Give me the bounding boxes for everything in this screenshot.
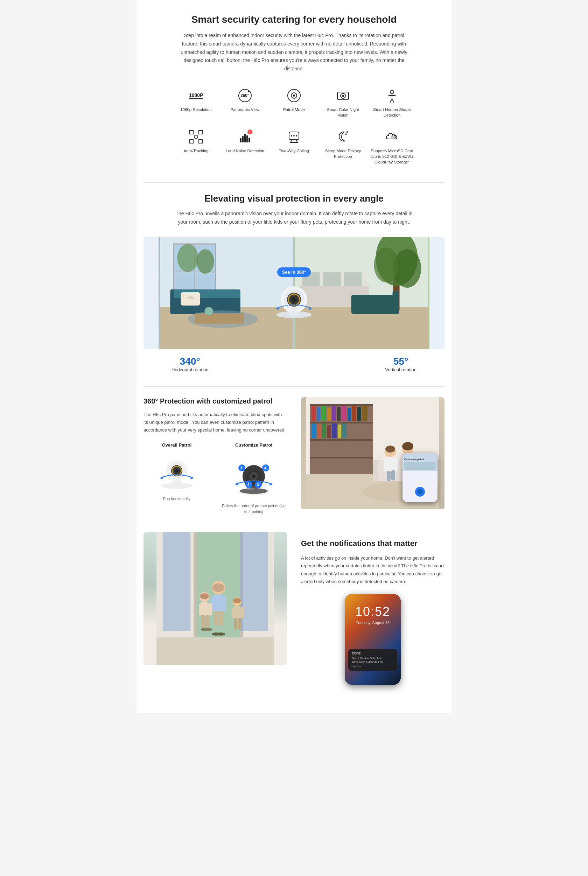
svg-rect-118	[348, 408, 351, 421]
feature-label-sleep: Sleep Mode Privacy Protection	[321, 148, 365, 159]
svg-rect-151	[404, 462, 436, 470]
sleep-privacy-icon: z z	[334, 129, 351, 145]
svg-point-10	[390, 90, 394, 94]
svg-point-57	[374, 248, 399, 282]
family-walking-scene	[144, 532, 287, 665]
svg-point-140	[386, 446, 395, 453]
svg-point-147	[402, 442, 413, 450]
360-badge: See in 360°	[277, 267, 311, 277]
svg-rect-172	[202, 615, 205, 628]
feature-label-night: Smart Color Night Vision	[321, 107, 365, 118]
feature-tracking: Auto-Tracking	[171, 125, 220, 168]
two-way-calling-icon	[286, 129, 302, 145]
svg-rect-24	[249, 138, 250, 142]
hero-section: Smart security catering for every househ…	[144, 14, 444, 168]
patrol-title: 360° Protection with customized patrol	[144, 397, 287, 405]
svg-rect-72	[290, 311, 298, 315]
panoramic-icon: 360°	[237, 87, 254, 104]
svg-text:1: 1	[240, 466, 243, 470]
svg-rect-157	[163, 532, 191, 631]
svg-rect-113	[321, 406, 326, 421]
feature-sleep: z z Sleep Mode Privacy Protection	[318, 125, 368, 168]
divider-2	[144, 386, 444, 387]
svg-rect-158	[240, 532, 268, 631]
svg-rect-110	[310, 457, 373, 459]
svg-rect-164	[221, 596, 226, 611]
overall-patrol-desc: Pan horizontally	[144, 496, 210, 502]
svg-text:z: z	[346, 130, 348, 134]
panorama-center: See in 360°	[271, 267, 317, 319]
svg-rect-16	[199, 130, 202, 134]
svg-rect-108	[310, 422, 373, 423]
svg-rect-21	[242, 136, 244, 142]
svg-rect-128	[342, 423, 346, 438]
phone-time-date: Tuesday, August 16	[356, 621, 390, 625]
svg-rect-107	[310, 404, 373, 406]
svg-text:4: 4	[264, 466, 266, 470]
svg-point-28	[291, 135, 292, 136]
svg-rect-171	[208, 603, 212, 616]
svg-rect-114	[327, 408, 331, 421]
svg-point-91	[240, 488, 268, 494]
feature-night: Smart Color Night Vision	[318, 84, 368, 122]
page-wrapper: Smart security catering for every househ…	[136, 0, 452, 713]
svg-rect-165	[214, 611, 218, 626]
svg-point-89	[252, 475, 255, 478]
svg-text:SD: SD	[391, 135, 396, 139]
phone-notif-message: Smart Human Detection: somebody is detec…	[352, 656, 394, 668]
svg-rect-23	[246, 135, 248, 142]
svg-line-13	[390, 99, 392, 102]
svg-text:2: 2	[248, 483, 249, 487]
svg-rect-127	[338, 424, 341, 438]
svg-rect-159	[156, 638, 274, 665]
svg-text:360°: 360°	[240, 93, 249, 98]
svg-rect-123	[318, 424, 321, 438]
visual-description: The H6c Pro unveils a panoramic vision o…	[175, 210, 413, 226]
notifications-text-block: Get the notifications that matter A lot …	[301, 532, 444, 684]
svg-rect-121	[362, 406, 368, 421]
svg-point-182	[205, 628, 212, 631]
svg-point-175	[233, 598, 241, 604]
svg-rect-18	[199, 140, 202, 143]
svg-rect-116	[337, 407, 340, 421]
svg-text:1080P: 1080P	[189, 92, 203, 98]
vertical-angle-value: 55°	[385, 356, 417, 367]
svg-rect-63	[351, 295, 397, 314]
overall-patrol-camera	[156, 453, 198, 491]
svg-rect-122	[312, 423, 316, 438]
overall-patrol: Overall Patrol	[144, 442, 210, 514]
feature-calling: Two-Way Calling	[270, 125, 318, 168]
svg-point-184	[217, 633, 225, 636]
svg-text:Customize patrol: Customize patrol	[404, 458, 424, 461]
feature-label-human: Smart Human Shape Detection	[370, 107, 414, 118]
patrol-section: 360° Protection with customized patrol T…	[144, 397, 444, 514]
feature-patrol: Patrol Mode	[270, 84, 318, 122]
customize-patrol-desc: Follow the order of pre-set points (Up t…	[220, 503, 287, 514]
svg-line-14	[392, 99, 394, 102]
horizontal-angle-value: 340°	[171, 356, 208, 367]
svg-rect-137	[393, 459, 398, 471]
svg-text:EZVIZ: EZVIZ	[247, 488, 254, 490]
svg-rect-20	[240, 138, 242, 142]
family-photo	[144, 532, 287, 665]
svg-rect-124	[322, 423, 326, 438]
resolution-icon: 1080P	[188, 87, 204, 104]
svg-rect-166	[219, 611, 223, 626]
auto-tracking-icon	[188, 129, 204, 145]
vertical-angle-label: Vertical rotation	[385, 367, 417, 372]
horizontal-angle-label: Horizontal rotation	[171, 367, 208, 372]
feature-noise: ! Loud Noise Detection	[220, 125, 270, 168]
svg-rect-82	[172, 480, 181, 485]
svg-rect-22	[244, 134, 246, 142]
human-detection-icon	[384, 87, 400, 104]
vertical-angle: 55° Vertical rotation	[385, 356, 417, 372]
svg-text:3: 3	[257, 483, 259, 487]
svg-point-70	[292, 297, 296, 302]
svg-rect-178	[240, 607, 244, 618]
visual-section: Elevating visual protection in every ang…	[144, 193, 444, 372]
family-scene	[144, 532, 287, 665]
visual-title: Elevating visual protection in every ang…	[144, 193, 444, 204]
svg-rect-17	[190, 140, 193, 143]
hero-description: Step into a realm of enhanced indoor sec…	[175, 32, 413, 73]
svg-point-19	[194, 135, 198, 139]
